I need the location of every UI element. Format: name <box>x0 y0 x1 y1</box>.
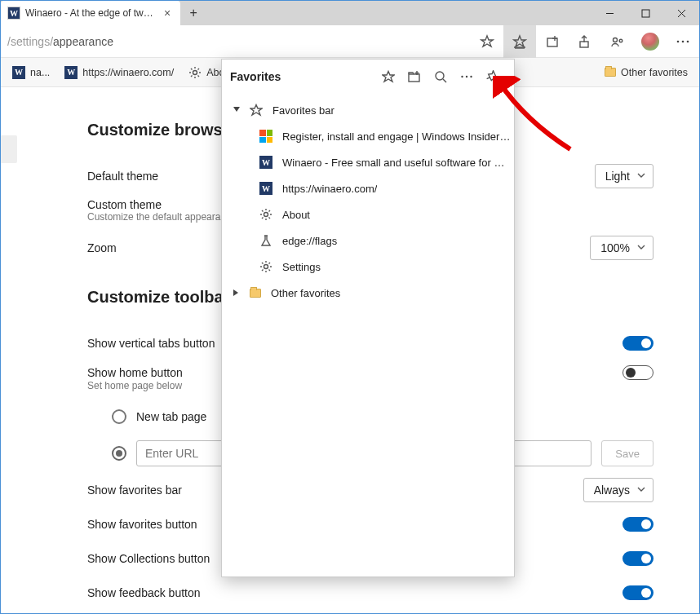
caret-down-icon <box>233 107 240 113</box>
save-button[interactable]: Save <box>601 440 653 466</box>
other-favorites-folder[interactable]: Other favorites <box>222 280 514 306</box>
svg-rect-19 <box>409 74 419 82</box>
close-window-button[interactable] <box>663 1 699 25</box>
gear-icon <box>259 260 272 273</box>
theme-select[interactable]: Light <box>595 164 653 188</box>
favorites-popup-title: Favorites <box>230 70 375 83</box>
favorites-bar-select[interactable]: Always <box>583 478 653 502</box>
favorites-bar-label: na... <box>30 67 50 78</box>
gear-icon <box>259 208 272 221</box>
row-feedback-button: Show feedback button <box>87 576 653 610</box>
svg-line-23 <box>443 79 446 82</box>
collections-icon[interactable] <box>536 25 569 58</box>
chevron-down-icon <box>636 170 646 183</box>
caret-right-icon <box>233 289 240 296</box>
svg-point-24 <box>461 76 463 77</box>
minimize-button[interactable] <box>591 1 627 25</box>
favorite-item-settings[interactable]: Settings <box>222 254 514 280</box>
folder-icon <box>605 68 616 77</box>
favorite-label: edge://flags <box>282 235 337 247</box>
favorites-bar-folder[interactable]: Favorites bar <box>222 97 514 123</box>
svg-point-25 <box>466 76 467 77</box>
tab-close-icon[interactable]: × <box>161 7 174 20</box>
favorite-label: Register, install and engage | Windows I… <box>282 130 511 143</box>
favorite-item-insider[interactable]: Register, install and engage | Windows I… <box>222 123 514 149</box>
personal-icon[interactable] <box>601 25 634 58</box>
radio-enter-url[interactable] <box>112 446 126 461</box>
label-show-favorites-button: Show favorites button <box>87 518 197 531</box>
chevron-down-icon <box>636 484 646 497</box>
winaero-favicon: W <box>7 7 20 20</box>
label-show-collections-button: Show Collections button <box>87 552 210 565</box>
favorite-item-winaero-url[interactable]: W https://winaero.com/ <box>222 175 514 201</box>
svg-rect-1 <box>642 10 649 17</box>
maximize-button[interactable] <box>627 1 663 25</box>
label-show-feedback-button: Show feedback button <box>87 586 201 599</box>
label-show-favorites-bar: Show favorites bar <box>87 484 182 497</box>
toggle-feedback-button[interactable] <box>622 585 653 600</box>
favorite-star-icon[interactable] <box>471 25 503 58</box>
url-field[interactable]: /settings/appearance <box>1 30 471 53</box>
label-new-tab-page: New tab page <box>136 410 206 423</box>
svg-marker-27 <box>233 107 240 112</box>
new-tab-button[interactable]: + <box>180 1 206 25</box>
browser-tab[interactable]: W Winaero - At the edge of tweaki × <box>1 1 180 25</box>
favorites-list: Favorites bar Register, install and enga… <box>222 94 514 309</box>
folder-icon <box>250 289 261 298</box>
favorite-label: Winaero - Free small and useful software… <box>282 157 511 169</box>
gear-icon <box>188 66 202 79</box>
url-path-page: appearance <box>53 35 113 48</box>
toggle-collections-button[interactable] <box>622 551 653 566</box>
microsoft-icon <box>259 130 272 143</box>
svg-point-29 <box>264 213 268 217</box>
svg-point-12 <box>614 38 618 42</box>
radio-new-tab-page[interactable] <box>112 409 126 424</box>
favorites-bar-item-winaero[interactable]: W na... <box>6 63 56 82</box>
label-default-theme: Default theme <box>87 170 158 183</box>
favorites-bar-label: Other favorites <box>621 67 688 78</box>
share-icon[interactable] <box>569 25 601 58</box>
favorites-hub-icon[interactable] <box>503 25 536 58</box>
winaero-icon: W <box>259 182 272 195</box>
favorite-item-about[interactable]: About <box>222 201 514 227</box>
winaero-icon: W <box>259 156 272 169</box>
more-options-icon[interactable] <box>454 64 480 90</box>
svg-point-22 <box>436 72 444 80</box>
svg-marker-31 <box>233 289 238 296</box>
profile-button[interactable] <box>634 25 667 58</box>
favorites-bar-label: https://winaero.com/ <box>82 67 174 78</box>
svg-point-17 <box>193 70 197 74</box>
label-zoom: Zoom <box>87 241 117 254</box>
toggle-favorites-button[interactable] <box>622 517 653 532</box>
url-path-prefix: /settings/ <box>7 35 53 48</box>
favorites-bar-item-winaerourl[interactable]: W https://winaero.com/ <box>58 63 180 82</box>
zoom-select[interactable]: 100% <box>590 236 653 260</box>
favorites-bar-select-value: Always <box>594 484 630 497</box>
toggle-vertical-tabs[interactable] <box>622 336 653 351</box>
favorite-item-winaero-desc[interactable]: W Winaero - Free small and useful softwa… <box>222 149 514 175</box>
chevron-down-icon <box>636 241 646 254</box>
label-custom-theme: Custom theme <box>87 198 162 211</box>
svg-point-14 <box>677 40 680 42</box>
label-vertical-tabs: Show vertical tabs button <box>87 337 215 350</box>
label-home-button: Show home button <box>87 366 183 379</box>
pin-icon[interactable] <box>480 64 506 90</box>
svg-point-15 <box>682 40 684 42</box>
zoom-select-value: 100% <box>600 241 630 254</box>
favorites-popup: Favorites Favorites bar Register, instal… <box>221 59 515 577</box>
svg-point-16 <box>687 40 689 42</box>
favorite-label: https://winaero.com/ <box>282 183 377 195</box>
search-icon[interactable] <box>428 64 454 90</box>
add-favorite-icon[interactable] <box>375 64 401 90</box>
favorites-popup-header: Favorites <box>222 60 514 94</box>
favorite-label: About <box>282 209 310 221</box>
svg-marker-18 <box>383 72 394 82</box>
winaero-icon: W <box>64 66 78 79</box>
toggle-home-button[interactable] <box>622 365 653 380</box>
svg-rect-8 <box>547 38 557 46</box>
theme-select-value: Light <box>605 170 630 183</box>
menu-button[interactable] <box>667 25 699 58</box>
favorite-item-flags[interactable]: edge://flags <box>222 227 514 254</box>
add-folder-icon[interactable] <box>401 64 428 90</box>
favorites-bar-other-folder[interactable]: Other favorites <box>598 64 694 82</box>
